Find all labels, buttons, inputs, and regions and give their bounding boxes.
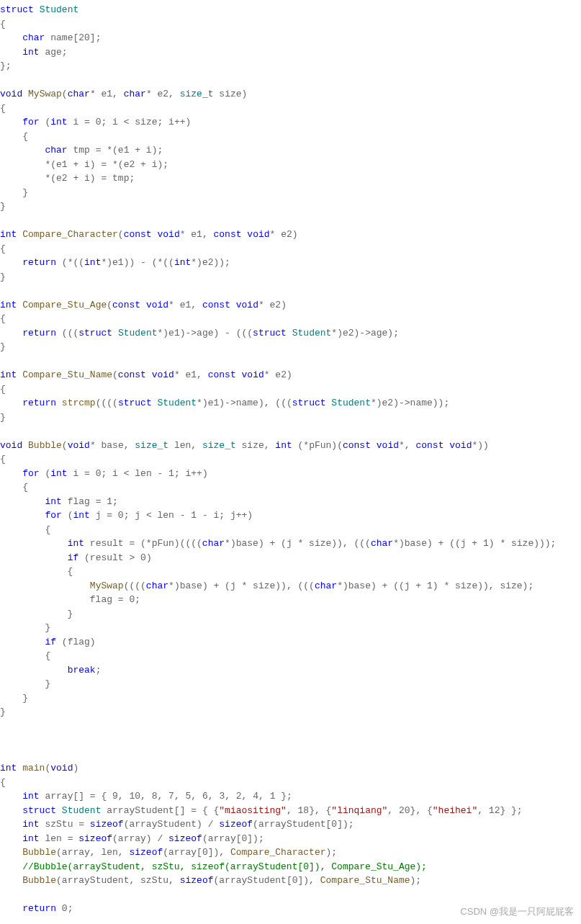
code-line: int szStu = sizeof(arrayStudent) / sizeo… (0, 819, 354, 830)
code-line: int Compare_Stu_Name(const void* e1, con… (0, 369, 292, 380)
code-line: { (0, 566, 73, 577)
code-line: int result = (*pFun)((((char*)base) + (j… (0, 538, 556, 549)
code-line: struct Student (0, 4, 78, 15)
code-line: } (0, 622, 50, 633)
code-line: return (*((int*)e1)) - (*((int*)e2)); (0, 257, 230, 268)
code-line: { (0, 777, 6, 788)
code-line: { (0, 454, 6, 465)
code-line: return strcmp((((struct Student*)e1)->na… (0, 398, 449, 408)
code-line: return (((struct Student*)e1)->age) - ((… (0, 328, 399, 338)
code-line: Bubble(array, len, sizeof(array[0]), Com… (0, 847, 337, 858)
code-line: { (0, 19, 6, 30)
code-line: int age; (0, 47, 68, 58)
code-line: if (result > 0) (0, 552, 152, 563)
code-line: } (0, 201, 6, 212)
code-line: { (0, 243, 6, 254)
code-line: *(e1 + i) = *(e2 + i); (0, 159, 168, 170)
code-line: return 0; (0, 903, 73, 914)
code-line: for (int j = 0; j < len - 1 - i; j++) (0, 510, 253, 521)
code-line: if (flag) (0, 637, 96, 647)
code-line: int main(void) (0, 763, 78, 773)
code-line: int Compare_Character(const void* e1, co… (0, 229, 298, 240)
code-line: int array[] = { 9, 10, 8, 7, 5, 6, 3, 2,… (0, 791, 292, 802)
code-line: Bubble(arrayStudent, szStu, sizeof(array… (0, 875, 421, 886)
code-line: char tmp = *(e1 + i); (0, 145, 163, 156)
code-block: struct Student { char name[20]; int age;… (0, 0, 581, 919)
code-line: void Bubble(void* base, size_t len, size… (0, 440, 489, 451)
code-line: int len = sizeof(array) / sizeof(array[0… (0, 833, 264, 844)
watermark-text: CSDN @我是一只阿屁屁客 (460, 905, 574, 919)
code-line: { (0, 650, 50, 661)
code-line: for (int i = 0; i < len - 1; i++) (0, 468, 208, 479)
code-line: } (0, 678, 50, 689)
code-line: //Bubble(arrayStudent, szStu, sizeof(arr… (0, 861, 427, 872)
code-line: }; (0, 60, 12, 71)
code-line: for (int i = 0; i < size; i++) (0, 117, 191, 127)
code-line: break; (0, 665, 101, 676)
code-line: } (0, 707, 6, 717)
code-line: MySwap((((char*)base) + (j * size)), (((… (0, 580, 533, 591)
code-line: { (0, 131, 28, 142)
code-line: } (0, 412, 6, 423)
code-line: int Compare_Stu_Age(const void* e1, cons… (0, 300, 287, 310)
code-line: } (0, 609, 73, 619)
code-line: } (0, 272, 6, 282)
code-line: } (0, 693, 28, 704)
code-line: { (0, 524, 50, 535)
code-line: *(e2 + i) = tmp; (0, 173, 135, 184)
code-line: { (0, 103, 6, 114)
code-line: char name[20]; (0, 32, 101, 43)
code-line: { (0, 313, 6, 324)
code-line: } (0, 187, 28, 198)
code-line: { (0, 384, 6, 395)
code-line: int flag = 1; (0, 496, 118, 507)
code-line: void MySwap(char* e1, char* e2, size_t s… (0, 89, 247, 99)
code-line: struct Student arrayStudent[] = { {"miao… (0, 805, 523, 816)
code-line: { (0, 482, 28, 493)
code-line: } (0, 341, 6, 352)
code-line: flag = 0; (0, 594, 140, 605)
